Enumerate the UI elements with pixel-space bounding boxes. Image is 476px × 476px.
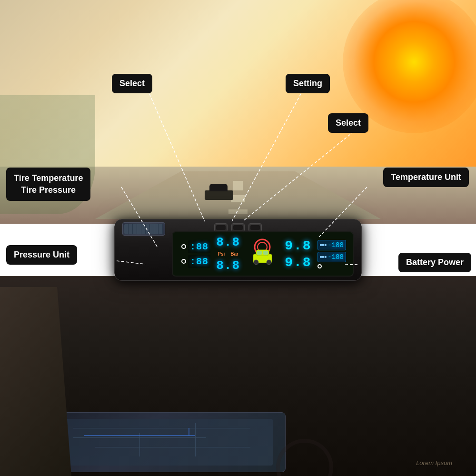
lcd-value-rr: 9.8 (285, 255, 311, 270)
bar-value: 8.8 (216, 258, 240, 273)
nav-screen-inner (51, 419, 273, 466)
annotation-select-top-label: Select (119, 79, 145, 88)
lcd-value-fl: :88 (188, 240, 210, 253)
annotation-pressure-unit-label: Pressure Unit (14, 250, 69, 259)
annotation-temperature-unit: Temperature Unit (383, 168, 469, 187)
unit-labels: Psi Bar (218, 251, 238, 257)
device-body: :88 :88 8.8 Psi Bar 8.8 (114, 219, 362, 281)
dashboard-area (0, 276, 476, 476)
lorem-ipsum-label: Lorem Ipsum (416, 459, 452, 466)
battery-section: ■■■ -188 ■■■ -188 (317, 240, 346, 268)
car-svg (249, 238, 276, 271)
lcd-row-top-left: :88 (181, 240, 210, 253)
annotation-battery-power: Battery Power (398, 253, 471, 272)
annotation-setting-label: Setting (293, 79, 322, 88)
button-left[interactable] (214, 223, 228, 232)
svg-point-5 (267, 260, 271, 265)
tpms-device: :88 :88 8.8 Psi Bar 8.8 (114, 219, 362, 281)
svg-rect-6 (257, 251, 262, 255)
lorem-ipsum-text: Lorem Ipsum (416, 459, 452, 466)
annotation-temperature-unit-label: Temperature Unit (391, 172, 461, 182)
wheel-dot-right (317, 264, 322, 268)
battery-value-bottom: -188 (327, 253, 344, 261)
center-left-display: 8.8 Psi Bar 8.8 (216, 235, 240, 273)
annotation-select-right-label: Select (336, 118, 361, 128)
battery-label-bottom: ■■■ (320, 255, 327, 259)
battery-indicators: ■■■ -188 ■■■ -188 (317, 240, 346, 262)
car-icon-center (246, 235, 279, 273)
annotation-select-top: Select (112, 74, 152, 93)
annotation-setting: Setting (286, 74, 330, 93)
right-lcd-section: 9.8 9.8 (285, 238, 311, 270)
wheel-indicator-fl (181, 244, 186, 249)
nav-screen (38, 412, 286, 472)
left-lcd-section: :88 :88 (181, 240, 210, 268)
device-buttons-area (214, 223, 262, 232)
lcd-display: :88 :88 8.8 Psi Bar 8.8 (172, 231, 354, 277)
svg-rect-7 (263, 251, 268, 255)
wheel-indicator-rl (181, 259, 186, 264)
battery-top: ■■■ -188 (317, 240, 346, 250)
lcd-value-rl: :88 (188, 255, 210, 268)
svg-point-4 (254, 260, 258, 265)
annotation-select-right: Select (328, 113, 368, 133)
battery-bottom: ■■■ -188 (317, 252, 346, 262)
road-marking-3 (228, 209, 248, 214)
lcd-value-fr: 9.8 (285, 238, 311, 253)
battery-value-top: -188 (327, 241, 344, 249)
annotation-tire-temp-pressure: Tire TemperatureTire Pressure (6, 168, 90, 201)
left-pillar (0, 287, 71, 476)
bar-label: Bar (230, 251, 238, 257)
button-right[interactable] (248, 223, 262, 232)
battery-label-top: ■■■ (320, 243, 327, 247)
psi-value: 8.8 (216, 235, 240, 249)
psi-label: Psi (218, 251, 225, 257)
annotation-tire-temp-label: Tire TemperatureTire Pressure (14, 173, 83, 195)
lcd-row-bottom-left: :88 (181, 255, 210, 268)
annotation-battery-power-label: Battery Power (406, 258, 464, 267)
annotation-pressure-unit: Pressure Unit (6, 245, 77, 265)
solar-panel (122, 222, 165, 236)
button-middle[interactable] (231, 223, 245, 232)
wheel-right-indicator (317, 264, 346, 268)
background-car (200, 183, 238, 200)
